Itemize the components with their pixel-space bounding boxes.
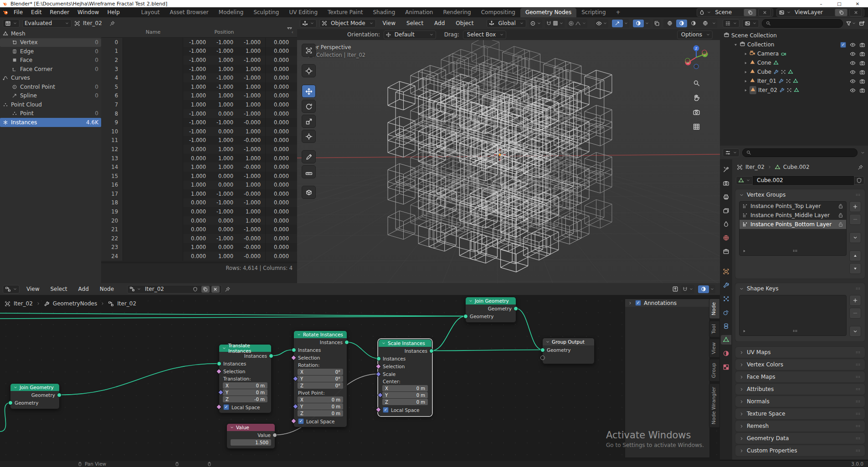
workspace-tab-rendering[interactable]: Rendering: [438, 8, 476, 17]
outliner-search-input[interactable]: [762, 19, 843, 28]
uv-maps-panel-header[interactable]: UV Maps: [735, 347, 865, 358]
tool-orientation-dropdown[interactable]: Default: [384, 30, 436, 39]
viewport-menu-select[interactable]: Select: [402, 19, 427, 27]
node-field-z[interactable]: Z-0 m: [223, 396, 267, 402]
menu-render[interactable]: Render: [46, 8, 73, 16]
table-row[interactable]: 171.000-1.000-0.0000.000: [101, 189, 297, 198]
scene-selector[interactable]: Scene: [697, 8, 773, 17]
node-header[interactable]: Group Output: [543, 338, 594, 346]
sidebar-tab-group[interactable]: Group: [709, 359, 720, 382]
workspace-tab-uv-editing[interactable]: UV Editing: [284, 8, 323, 17]
lockO-icon[interactable]: [838, 213, 843, 218]
close-icon[interactable]: [849, 9, 862, 16]
workspace-tab-shading[interactable]: Shading: [368, 8, 401, 17]
move-up-button[interactable]: [849, 250, 861, 261]
copy-icon[interactable]: [835, 9, 847, 16]
pan-button[interactable]: [691, 92, 701, 102]
node-field-x[interactable]: X0 m: [382, 385, 428, 391]
texture-space-panel-header[interactable]: Texture Space: [735, 408, 865, 419]
maximize-button[interactable]: □: [832, 1, 847, 6]
properties-tab-material[interactable]: [721, 349, 731, 358]
table-row[interactable]: 240.0001.000-0.0000.000: [101, 252, 297, 261]
viewport-menu-object[interactable]: Object: [452, 19, 478, 27]
camera-view-button[interactable]: [691, 107, 701, 117]
add-workspace-button[interactable]: +: [611, 8, 626, 17]
checkbox-icon[interactable]: ✓: [298, 418, 304, 424]
spreadsheet-domain-curves[interactable]: Curves: [0, 74, 101, 83]
table-row[interactable]: 9-1.000-1.000-0.0000.000: [101, 118, 297, 127]
checkbox-icon[interactable]: ✓: [223, 404, 229, 410]
node-checkbox-local-space[interactable]: ✓Local Space: [219, 403, 271, 411]
node-field-y[interactable]: Y0 m: [382, 392, 428, 398]
outliner-filter-button[interactable]: [846, 20, 856, 26]
toggle-perspective-button[interactable]: [691, 122, 701, 132]
minimize-button[interactable]: –: [813, 1, 829, 6]
copy-icon[interactable]: [744, 9, 756, 16]
node-field-x[interactable]: X0 m: [223, 382, 267, 389]
node-translate[interactable]: Translate InstancesInstancesInstancesSel…: [219, 344, 272, 413]
input-socket[interactable]: [293, 376, 298, 382]
workspace-tab-scripting[interactable]: Scripting: [576, 8, 611, 17]
drag-mode-dropdown[interactable]: Select Box: [463, 30, 506, 39]
vertex-groups-panel-header[interactable]: Vertex Groups: [735, 189, 865, 200]
properties-tab-particles[interactable]: [721, 294, 731, 304]
outliner-row-cube[interactable]: Cube: [720, 67, 868, 76]
viewport-editor-type-button[interactable]: [300, 19, 317, 28]
output-socket[interactable]: [269, 354, 273, 358]
outliner-display-mode-button[interactable]: [742, 19, 759, 28]
remove-item-button[interactable]: [849, 214, 861, 225]
dataset-dropdown[interactable]: Evaluated: [22, 19, 72, 28]
spreadsheet-domain-control-point[interactable]: Control Point0: [0, 82, 101, 91]
sidebar-tab-node[interactable]: Node: [709, 299, 720, 319]
node-field-x[interactable]: X0 m: [298, 396, 343, 403]
tool-scale-button[interactable]: [302, 115, 316, 128]
table-row[interactable]: 61.0001.000-1.0000.000: [101, 91, 297, 101]
table-row[interactable]: 161.0000.0001.0000.000: [101, 181, 297, 190]
pivot-point-dropdown[interactable]: [529, 19, 542, 28]
node-canvas[interactable]: Iter_02GeometryNodesIter_02 Join Geometr…: [0, 295, 720, 461]
workspace-tab-sculpting[interactable]: Sculpting: [248, 8, 284, 17]
attributes-panel-header[interactable]: Attributes: [735, 384, 865, 395]
node-field-y[interactable]: Y0 m: [223, 389, 267, 396]
properties-tab-physics[interactable]: [721, 308, 731, 317]
tool-annotate-button[interactable]: [302, 150, 316, 163]
spreadsheet-editor-type-button[interactable]: [3, 19, 20, 28]
name-field[interactable]: Cube.002: [753, 176, 854, 185]
triR-icon[interactable]: [744, 61, 748, 65]
spreadsheet-domain-edge[interactable]: Edge0: [0, 47, 101, 56]
properties-tab-render[interactable]: [721, 178, 731, 188]
outliner-row-scene-collection[interactable]: Scene Collection: [720, 31, 868, 40]
show-gizmo-toggle[interactable]: [612, 20, 623, 27]
copy-icon[interactable]: [201, 286, 210, 293]
checkbox-icon[interactable]: ✓: [383, 407, 389, 413]
viewport-menu-add[interactable]: Add: [430, 19, 449, 27]
add-item-button[interactable]: [849, 295, 861, 306]
collection-checkbox[interactable]: ✓: [840, 42, 846, 48]
orientation-dropdown[interactable]: Global: [487, 19, 526, 28]
lockO-icon[interactable]: [838, 203, 843, 209]
tool-add-cube-button[interactable]: [302, 186, 316, 199]
custom-properties-panel-header[interactable]: Custom Properties: [735, 445, 865, 456]
node-tree-selector[interactable]: Iter_02: [127, 285, 222, 294]
table-row[interactable]: 120.0001.000-1.0000.000: [101, 145, 297, 154]
viewlayer-selector[interactable]: ViewLayer: [776, 8, 864, 17]
mode-dropdown[interactable]: Object Mode: [319, 19, 376, 28]
zoom-button[interactable]: [691, 78, 701, 88]
spreadsheet-domain-point-cloud[interactable]: Point Cloud: [0, 100, 101, 109]
output-socket[interactable]: [429, 349, 434, 353]
table-row[interactable]: 71.0001.0001.0000.000: [101, 100, 297, 109]
vertex-group-item[interactable]: Instance Points_Top Layer: [740, 202, 846, 211]
cam-icon[interactable]: [859, 42, 865, 48]
mesh-datablock-menu[interactable]: [736, 176, 753, 185]
viewport-menu-view[interactable]: View: [379, 19, 400, 27]
tool-move-button[interactable]: [302, 85, 316, 98]
table-row[interactable]: 180.000-1.000-1.0000.000: [101, 198, 297, 208]
output-socket[interactable]: [344, 340, 349, 345]
table-row[interactable]: 0-1.000-1.000-1.0000.000: [101, 38, 297, 47]
table-row[interactable]: 190.000-1.0001.0000.000: [101, 207, 297, 216]
table-row[interactable]: 210.0000.000-1.0000.000: [101, 225, 297, 234]
close-button[interactable]: ✕: [850, 1, 865, 6]
workspace-tab-asset-browser[interactable]: Asset Browser: [165, 8, 214, 17]
shading-rendered-button[interactable]: [700, 20, 711, 27]
workspace-tab-texture-paint[interactable]: Texture Paint: [323, 8, 368, 17]
